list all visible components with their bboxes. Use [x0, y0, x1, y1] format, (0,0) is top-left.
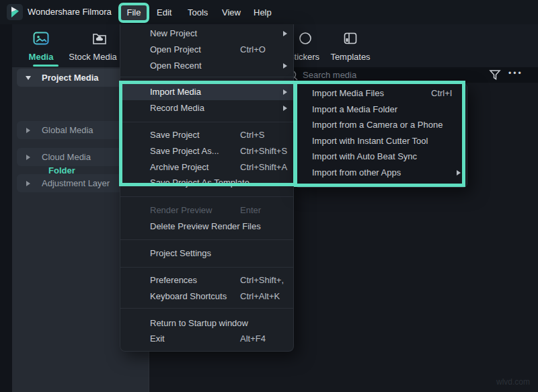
- tab-templates[interactable]: Templates: [330, 30, 371, 67]
- sidebar-cloud-media-label: Cloud Media: [42, 148, 91, 166]
- shortcut-label: Ctrl+I: [431, 85, 452, 102]
- active-tab-underline: [33, 65, 59, 67]
- menu-item-render-preview: Render Preview Enter: [120, 202, 293, 219]
- menu-item-project-settings[interactable]: Project Settings: [120, 245, 293, 262]
- menu-item-new-project[interactable]: New Project: [120, 26, 293, 42]
- shortcut-label: Ctrl+Shift+,: [240, 272, 284, 288]
- templates-icon: [344, 32, 357, 44]
- file-menu: New Project Open Project Ctrl+O Open Rec…: [120, 24, 294, 352]
- menu-item-save-project-as-template[interactable]: Save Project As Template: [120, 175, 293, 191]
- shortcut-label: Ctrl+Shift+A: [240, 159, 287, 175]
- submenu-arrow-icon: [457, 170, 461, 175]
- menu-item-delete-preview-render-files[interactable]: Delete Preview Render Files: [120, 219, 293, 235]
- menubar-tools[interactable]: Tools: [188, 6, 208, 19]
- sidebar-global-media-label: Global Media: [42, 121, 93, 139]
- menubar-help[interactable]: Help: [254, 6, 272, 19]
- submenu-item-import-from-camera-or-phone[interactable]: Import from a Camera or a Phone: [295, 117, 467, 133]
- menu-separator: [120, 122, 293, 122]
- tab-media[interactable]: Media: [23, 30, 59, 67]
- chevron-right-icon: [26, 155, 30, 160]
- top-menu-bar: Wondershare Filmora Edit Tools View Help: [0, 0, 538, 24]
- menu-separator: [120, 267, 293, 268]
- tab-templates-label: Templates: [330, 52, 371, 62]
- menubar-view[interactable]: View: [222, 6, 241, 19]
- menu-item-keyboard-shortcuts[interactable]: Keyboard Shortcuts Ctrl+Alt+K: [120, 288, 293, 305]
- sidebar-project-media-label: Project Media: [42, 69, 99, 87]
- shortcut-label: Ctrl+O: [240, 42, 266, 58]
- menubar-edit[interactable]: Edit: [157, 6, 171, 19]
- tab-media-label: Media: [23, 52, 59, 62]
- menu-item-archive-project[interactable]: Archive Project Ctrl+Shift+A: [120, 159, 293, 175]
- menu-item-record-media[interactable]: Record Media: [120, 100, 293, 116]
- menu-item-import-media[interactable]: Import Media: [120, 84, 293, 100]
- submenu-arrow-icon: [283, 31, 287, 36]
- filter-icon[interactable]: [489, 69, 501, 81]
- menu-separator: [120, 239, 293, 240]
- menu-item-save-project[interactable]: Save Project Ctrl+S: [120, 127, 293, 143]
- menubar-file[interactable]: File: [121, 5, 147, 21]
- submenu-item-import-with-instant-cutter-tool[interactable]: Import with Instant Cutter Tool: [295, 133, 467, 149]
- sidebar-adjustment-layer-label: Adjustment Layer: [42, 174, 110, 192]
- menu-item-exit[interactable]: Exit Alt+F4: [120, 331, 293, 347]
- shortcut-label: Ctrl+S: [240, 127, 264, 143]
- watermark-text: wlvd.com: [496, 377, 530, 387]
- submenu-item-import-with-auto-beat-sync[interactable]: Import with Auto Beat Sync: [295, 149, 467, 165]
- shortcut-label: Ctrl+Shift+S: [240, 143, 287, 159]
- app-title: Wondershare Filmora: [28, 7, 112, 17]
- more-options-icon[interactable]: •••: [508, 69, 523, 78]
- submenu-arrow-icon: [283, 89, 287, 95]
- menu-item-open-recent[interactable]: Open Recent: [120, 58, 293, 74]
- chevron-right-icon: [26, 181, 30, 186]
- shortcut-label: Enter: [240, 202, 261, 219]
- search-input-placeholder: Search media: [303, 70, 356, 80]
- submenu-item-import-media-files[interactable]: Import Media Files Ctrl+I: [295, 85, 467, 102]
- stickers-icon: [299, 32, 312, 45]
- chevron-right-icon: [26, 128, 30, 133]
- submenu-item-import-from-other-apps[interactable]: Import from other Apps: [295, 165, 467, 181]
- menu-separator: [120, 196, 293, 197]
- chevron-down-icon: [26, 76, 31, 80]
- submenu-arrow-icon: [283, 106, 287, 111]
- shortcut-label: Alt+F4: [240, 331, 266, 347]
- menu-separator: [120, 308, 293, 309]
- shortcut-label: Ctrl+Alt+K: [240, 288, 280, 305]
- menu-item-return-to-startup-window[interactable]: Return to Startup window: [120, 315, 293, 331]
- import-media-submenu: Import Media Files Ctrl+I Import a Media…: [295, 83, 467, 188]
- left-rail: [0, 24, 12, 392]
- menu-separator: [120, 77, 293, 77]
- submenu-item-import-a-media-folder[interactable]: Import a Media Folder: [295, 102, 467, 118]
- media-icon: [33, 32, 49, 45]
- submenu-arrow-icon: [283, 63, 287, 69]
- menu-item-preferences[interactable]: Preferences Ctrl+Shift+,: [120, 272, 293, 288]
- stock-media-icon: [92, 32, 107, 45]
- menu-item-open-project[interactable]: Open Project Ctrl+O: [120, 42, 293, 58]
- menu-item-save-project-as[interactable]: Save Project As... Ctrl+Shift+S: [120, 143, 293, 159]
- filmora-logo-icon: [7, 4, 23, 20]
